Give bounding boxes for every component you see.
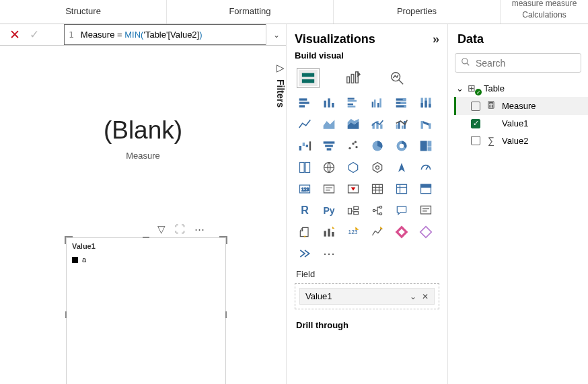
viz-funnel[interactable] [319,137,339,155]
viz-get-more[interactable] [416,223,436,241]
viz-100-stacked-bar[interactable] [392,94,412,112]
field-chip-dropdown-icon[interactable]: ⌄ [410,292,416,301]
viz-100-stacked-column[interactable] [416,94,436,112]
selected-visual[interactable]: Value1 a [66,237,226,384]
viz-power-automate[interactable]: 123 [343,223,363,241]
viz-clustered-column[interactable] [367,94,388,112]
svg-text:123: 123 [301,187,309,192]
viz-ribbon[interactable] [416,116,436,133]
formula-input[interactable]: 1 Measure = MIN('Table'[Value2]) [64,24,266,45]
search-input[interactable]: Search [455,53,581,73]
svg-rect-11 [328,98,330,107]
table-name: Table [484,83,505,93]
viz-custom-visual[interactable] [392,223,412,241]
viz-stacked-bar[interactable] [295,94,315,112]
viz-donut[interactable] [392,137,412,155]
checkbox[interactable] [471,136,480,145]
viz-multi-row-card[interactable]: 123 [295,180,315,198]
field-value2[interactable]: ∑ Value2 [455,132,588,149]
viz-card[interactable] [416,159,436,176]
svg-rect-47 [303,143,305,146]
viz-area[interactable] [319,116,339,133]
viz-clustered-bar[interactable] [343,94,363,112]
commit-formula-icon[interactable]: ✓ [30,28,39,42]
viz-treemap[interactable] [416,137,436,155]
collapse-pane-icon[interactable]: » [433,32,439,46]
report-canvas[interactable]: (Blank) Measure ▽ ⛶ ⋯ Value1 a [0,46,286,384]
calculator-icon [486,100,497,112]
viz-r-visual[interactable] [416,180,436,198]
svg-rect-9 [299,105,305,107]
field-value1[interactable]: ✓ Value1 [455,115,588,132]
viz-line[interactable] [295,116,315,133]
viz-matrix[interactable] [392,180,412,198]
field-measure[interactable]: Measure [454,97,588,115]
viz-r-script[interactable]: R [295,202,315,219]
table-node[interactable]: ⌄ ⊞✓ Table [455,79,588,97]
field-chip-value1[interactable]: Value1 ⌄ ✕ [299,288,435,305]
viz-stacked-column[interactable] [319,94,339,112]
viz-arcgis[interactable] [295,245,315,262]
viz-paginated[interactable] [295,223,315,241]
more-options-icon[interactable]: ⋯ [194,223,205,235]
svg-rect-8 [299,102,309,104]
analytics-tab[interactable] [388,70,406,86]
viz-table[interactable] [367,180,388,198]
table-icon: ⊞✓ [468,83,480,93]
svg-rect-14 [348,100,357,102]
viz-smart-narrative[interactable] [416,202,436,219]
viz-line-clustered-column[interactable] [392,116,412,133]
viz-shape-map[interactable] [367,159,388,176]
svg-rect-50 [324,141,335,143]
viz-gauge[interactable] [392,159,412,176]
ribbon-tabs: Structure Formatting Properties measure … [0,0,588,24]
svg-rect-85 [348,208,352,214]
tab-structure[interactable]: Structure [0,0,167,24]
field-chip-remove-icon[interactable]: ✕ [422,292,429,301]
svg-line-105 [467,63,470,66]
tab-properties[interactable]: Properties [334,0,501,24]
viz-anomaly[interactable] [367,223,388,241]
tab-formatting[interactable]: Formatting [167,0,334,24]
svg-rect-39 [396,124,398,129]
viz-decomposition-tree[interactable] [367,202,388,219]
cancel-formula-icon[interactable]: ✕ [9,27,20,42]
viz-azure-map[interactable] [343,159,363,176]
svg-point-53 [348,147,351,149]
checkbox[interactable]: ✓ [471,119,480,128]
sigma-icon: ∑ [486,135,497,146]
viz-key-influencers[interactable] [343,202,363,219]
viz-stacked-area[interactable] [343,116,363,133]
checkbox[interactable] [471,102,480,111]
field-well[interactable]: Value1 ⌄ ✕ [295,283,439,309]
svg-rect-80 [397,184,407,193]
viz-scatter[interactable] [343,137,363,155]
svg-rect-13 [348,98,355,100]
viz-line-stacked-column[interactable] [367,116,388,133]
build-visual-tab[interactable] [299,70,318,86]
formula-expand-icon[interactable]: ⌄ [266,24,286,45]
svg-rect-44 [429,123,431,128]
viz-map[interactable] [295,159,315,176]
viz-slicer[interactable] [343,180,363,198]
viz-kpi[interactable] [319,180,339,198]
format-visual-tab[interactable] [343,70,362,86]
svg-rect-70 [324,185,334,193]
viz-power-apps[interactable] [319,223,339,241]
viz-pie[interactable] [367,137,388,155]
svg-rect-75 [373,184,383,193]
svg-rect-7 [299,98,307,100]
chevron-down-icon: ⌄ [456,83,464,93]
drill-through-header: Drill through [296,320,439,330]
svg-rect-48 [306,145,308,147]
filter-icon[interactable]: ▽ [157,223,166,235]
svg-rect-84 [421,184,431,187]
viz-python[interactable]: Py [319,202,339,219]
viz-filled-map[interactable] [319,159,339,176]
focus-mode-icon[interactable]: ⛶ [175,223,185,235]
viz-more-icon[interactable]: ⋯ [319,245,339,262]
svg-rect-16 [348,106,356,108]
viz-waterfall[interactable] [295,137,315,155]
viz-qa[interactable] [392,202,412,219]
visual-toolbar: ▽ ⛶ ⋯ [157,223,205,235]
